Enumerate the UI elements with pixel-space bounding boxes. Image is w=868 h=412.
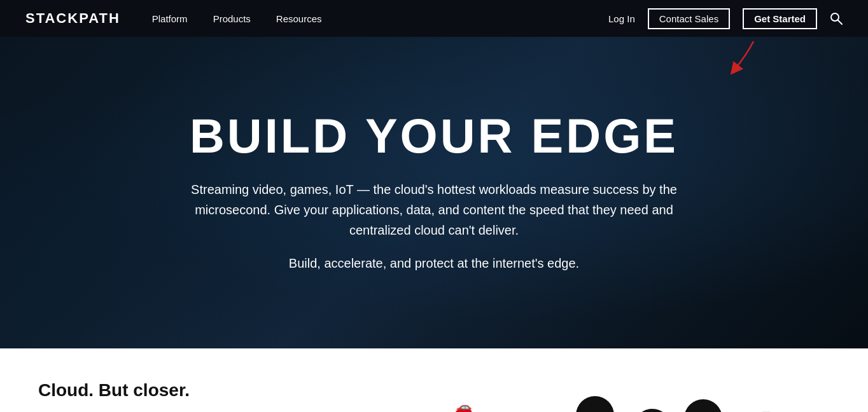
car-icon: 🚗 xyxy=(455,399,472,412)
nav-products[interactable]: Products xyxy=(213,13,251,24)
nav-resources[interactable]: Resources xyxy=(276,13,322,24)
bottom-left: Cloud. But closer. StackPath is a cloud … xyxy=(38,380,356,412)
sp-node-2: SP// xyxy=(576,396,614,412)
bottom-title: Cloud. But closer. xyxy=(38,380,356,401)
sp-node-3: SP// xyxy=(633,409,671,412)
navbar-right: Log In Contact Sales Get Started xyxy=(608,8,843,29)
contact-sales-button[interactable]: Contact Sales xyxy=(648,8,730,29)
monitor-icon: 🖥 xyxy=(759,409,773,412)
get-started-button[interactable]: Get Started xyxy=(743,8,817,29)
navbar-left: STACKPATH Platform Products Resources xyxy=(25,10,322,27)
arrow-annotation xyxy=(715,35,766,88)
sp-node-4: SP// xyxy=(684,399,722,412)
logo[interactable]: STACKPATH xyxy=(25,10,120,27)
red-arrow-icon xyxy=(715,35,766,86)
svg-line-1 xyxy=(838,20,842,24)
nav-platform[interactable]: Platform xyxy=(152,13,188,24)
svg-point-0 xyxy=(831,13,839,21)
hero-content: BUILD YOUR EDGE Streaming video, games, … xyxy=(148,112,720,273)
network-diagram-container: 🚗 📷 📱 🖥 💻 🔒 SP// SP// SP// xyxy=(407,380,830,412)
hero-title: BUILD YOUR EDGE xyxy=(173,112,695,160)
hero-subtitle: Streaming video, games, IoT — the cloud'… xyxy=(173,179,695,240)
search-button[interactable] xyxy=(830,12,843,25)
search-icon xyxy=(830,12,843,25)
navbar: STACKPATH Platform Products Resources Lo… xyxy=(0,0,868,37)
bottom-section: Cloud. But closer. StackPath is a cloud … xyxy=(0,348,868,412)
hero-tagline: Build, accelerate, and protect at the in… xyxy=(173,253,695,273)
login-button[interactable]: Log In xyxy=(608,13,635,24)
nav-links: Platform Products Resources xyxy=(152,13,322,24)
network-diagram: 🚗 📷 📱 🖥 💻 🔒 SP// SP// SP// xyxy=(407,380,830,412)
